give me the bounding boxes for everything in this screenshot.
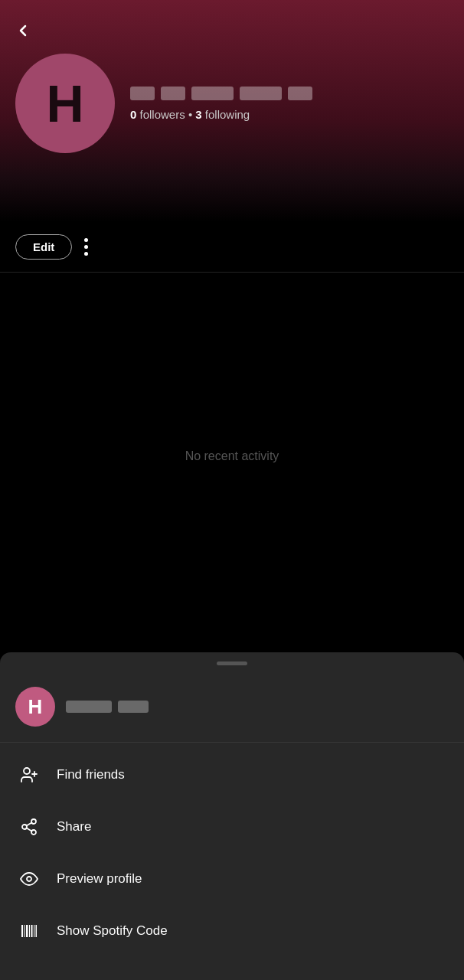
name-block-2 xyxy=(161,87,185,100)
sheet-avatar-letter: H xyxy=(28,695,43,719)
profile-info-row: H 0 followers • 3 following xyxy=(15,54,449,153)
followers-count: 0 xyxy=(130,108,136,121)
following-count: 3 xyxy=(195,108,201,121)
svg-rect-15 xyxy=(36,925,38,937)
avatar: H xyxy=(15,54,115,153)
preview-profile-label: Preview profile xyxy=(57,871,142,887)
svg-rect-12 xyxy=(29,925,30,937)
svg-line-6 xyxy=(27,828,32,831)
svg-rect-10 xyxy=(25,925,25,937)
no-activity-text: No recent activity xyxy=(185,449,279,463)
main-content: No recent activity xyxy=(0,273,464,640)
svg-rect-9 xyxy=(21,925,23,937)
edit-button[interactable]: Edit xyxy=(15,234,72,260)
svg-point-0 xyxy=(24,768,30,774)
name-block-4 xyxy=(240,87,282,100)
following-label: following xyxy=(205,108,250,121)
dot-1 xyxy=(84,238,88,242)
barcode-icon xyxy=(18,920,40,942)
find-friends-button[interactable]: Find friends xyxy=(0,749,464,801)
name-block-5 xyxy=(288,87,312,100)
sheet-handle xyxy=(217,662,247,665)
sheet-profile-row: H xyxy=(0,681,464,743)
eye-icon xyxy=(18,868,40,890)
profile-header: H 0 followers • 3 following xyxy=(0,0,464,222)
share-button[interactable]: Share xyxy=(0,801,464,853)
name-block-1 xyxy=(130,87,155,100)
svg-line-7 xyxy=(27,823,32,826)
bottom-sheet: H Find friends xyxy=(0,652,464,980)
more-options-button[interactable] xyxy=(84,236,88,259)
sheet-name-block-1 xyxy=(66,701,112,713)
svg-rect-13 xyxy=(31,925,33,937)
sheet-avatar: H xyxy=(15,687,55,727)
share-label: Share xyxy=(57,819,91,835)
preview-profile-button[interactable]: Preview profile xyxy=(0,853,464,905)
dot-3 xyxy=(84,252,88,256)
name-blocks xyxy=(130,87,312,100)
separator: • xyxy=(188,108,195,121)
add-person-icon xyxy=(18,764,40,786)
svg-rect-14 xyxy=(34,925,34,937)
sheet-name-blocks xyxy=(66,701,149,713)
edit-row: Edit xyxy=(0,222,464,272)
sheet-name-block-2 xyxy=(118,701,149,713)
name-block-3 xyxy=(191,87,234,100)
followers-label: followers xyxy=(140,108,185,121)
profile-meta: 0 followers • 3 following xyxy=(130,87,312,121)
svg-point-8 xyxy=(27,877,31,881)
svg-rect-11 xyxy=(26,925,28,937)
dot-2 xyxy=(84,245,88,249)
spotify-code-label: Show Spotify Code xyxy=(57,923,168,939)
spotify-code-button[interactable]: Show Spotify Code xyxy=(0,905,464,957)
find-friends-label: Find friends xyxy=(57,767,125,782)
avatar-letter: H xyxy=(46,74,83,133)
follow-stats: 0 followers • 3 following xyxy=(130,108,312,121)
share-icon xyxy=(18,816,40,838)
back-button[interactable] xyxy=(14,21,32,44)
